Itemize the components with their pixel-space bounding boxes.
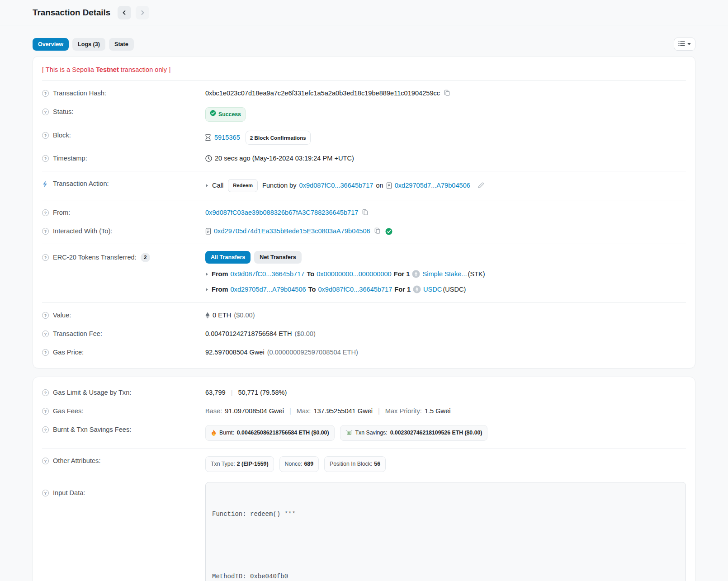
transaction-action-label: Transaction Action: <box>53 179 109 189</box>
transfer-from-link[interactable]: 0x9d087fC0...36645b717 <box>230 269 304 279</box>
max-fee-label: Max: <box>297 406 311 416</box>
transaction-details-page: Transaction Details Overview Logs (3) St… <box>0 0 728 581</box>
transaction-hash-label: Transaction Hash: <box>53 89 106 98</box>
other-attributes-label: Other Attributes: <box>53 456 100 466</box>
gas-limit-value: 63,799 <box>205 388 226 397</box>
transaction-action-row: Transaction Action: Call Redeem Function… <box>33 171 695 200</box>
help-icon[interactable]: ? <box>42 109 49 115</box>
overview-card: [ This is a Sepolia Testnet transaction … <box>33 56 695 368</box>
block-label: Block: <box>53 131 71 140</box>
help-icon[interactable]: ? <box>42 490 49 496</box>
tabs-row: Overview Logs (3) State <box>33 38 695 51</box>
copy-hash-button[interactable] <box>443 90 451 98</box>
transfer-item: From 0xd29705d7...A79b04506 To 0x9d087fC… <box>205 284 686 294</box>
token-icon <box>412 270 420 278</box>
txn-type-badge: Txn Type: 2 (EIP-1559) <box>205 456 274 472</box>
transaction-fee-amount: 0.004701242718756584 ETH <box>205 329 292 339</box>
action-from-address-link[interactable]: 0x9d087fC0...36645b717 <box>299 181 373 190</box>
help-icon[interactable]: ? <box>42 228 49 235</box>
tab-state[interactable]: State <box>109 38 134 51</box>
check-circle-icon <box>210 110 216 119</box>
transfer-to-link[interactable]: 0x9d087fC0...36645b717 <box>318 284 392 294</box>
money-wings-icon <box>345 430 353 436</box>
interacted-with-label: Interacted With (To): <box>53 227 112 236</box>
value-usd: ($0.00) <box>234 311 255 320</box>
prev-transaction-button[interactable] <box>118 6 131 19</box>
verified-check-icon <box>385 228 392 235</box>
transfer-to-link[interactable]: 0x00000000...000000000 <box>317 269 392 279</box>
document-icon <box>386 182 392 189</box>
caret-right-icon <box>205 184 208 188</box>
lightning-icon <box>42 180 49 188</box>
copy-from-button[interactable] <box>361 209 369 217</box>
other-attributes-row: ? Other Attributes: Txn Type: 2 (EIP-155… <box>33 449 695 477</box>
interacted-with-address-link[interactable]: 0xd29705d74d1Ea335bBede15E3c0803aA79b045… <box>214 227 370 236</box>
help-icon[interactable]: ? <box>42 209 49 216</box>
block-number-link[interactable]: 5915365 <box>214 133 240 142</box>
erc20-transfers-row: ? ERC-20 Tokens Transferred: 2 All Trans… <box>33 244 695 302</box>
copy-icon <box>444 90 450 98</box>
all-transfers-button[interactable]: All Transfers <box>205 251 251 264</box>
page-header: Transaction Details <box>0 0 728 25</box>
timestamp-row: ? Timestamp: 20 secs ago (May-16-2024 03… <box>33 149 695 168</box>
burnt-badge: Burnt: 0.004625086218756584 ETH ($0.00) <box>205 425 335 441</box>
transfer-to-label: To <box>308 284 316 294</box>
nonce-value: 689 <box>304 459 313 469</box>
from-label: From: <box>53 208 70 217</box>
copy-to-button[interactable] <box>373 227 382 236</box>
view-options-button[interactable] <box>674 38 695 51</box>
txn-savings-value: 0.002302746218109526 ETH ($0.00) <box>390 428 482 438</box>
input-data-textarea[interactable]: Function: redeem() *** MethodID: 0xbe040… <box>205 482 686 581</box>
help-icon[interactable]: ? <box>42 349 49 356</box>
testnet-note-suffix: transaction only ] <box>119 66 170 73</box>
tab-overview[interactable]: Overview <box>33 38 69 51</box>
action-contract-link[interactable]: 0xd29705d7...A79b04506 <box>395 181 470 190</box>
action-method-badge: Redeem <box>228 179 258 192</box>
from-address-link[interactable]: 0x9d087fC03ae39b088326b67fA3C788236645b7… <box>205 208 358 217</box>
tab-logs[interactable]: Logs (3) <box>72 38 105 51</box>
hourglass-icon <box>205 134 211 141</box>
transaction-hash-row: ? Transaction Hash: 0xbc1e023c07d18ea9a7… <box>33 84 695 103</box>
position-value: 56 <box>374 459 380 469</box>
transaction-fee-usd: ($0.00) <box>295 329 316 339</box>
help-icon[interactable]: ? <box>42 155 49 162</box>
net-transfers-button[interactable]: Net Transfers <box>254 251 302 264</box>
clock-icon <box>205 155 212 162</box>
help-icon[interactable]: ? <box>42 90 49 97</box>
chevron-right-icon <box>140 10 145 15</box>
transfer-item: From 0x9d087fC0...36645b717 To 0x0000000… <box>205 269 686 279</box>
transaction-hash-value: 0xbc1e023c07d18ea9a7c2e6f331efc1a5a2a0b3… <box>205 89 440 98</box>
transfer-for-label: For 1 <box>394 269 410 279</box>
input-data-line1: Function: redeem() *** <box>212 509 679 520</box>
help-icon[interactable]: ? <box>42 312 49 319</box>
transfer-token-link[interactable]: Simple Stake... <box>422 269 467 279</box>
transfer-toggle: All Transfers Net Transfers <box>205 251 686 264</box>
testnet-note: [ This is a Sepolia Testnet transaction … <box>33 57 695 80</box>
txn-savings-badge: Txn Savings: 0.002302746218109526 ETH ($… <box>340 425 488 441</box>
separator: | <box>375 406 383 416</box>
transfer-token-link[interactable]: USDC <box>423 284 442 294</box>
txn-savings-label: Txn Savings: <box>355 428 388 438</box>
page-title: Transaction Details <box>33 8 110 18</box>
max-priority-label: Max Priority: <box>385 406 422 416</box>
caret-right-icon <box>205 288 208 292</box>
help-icon[interactable]: ? <box>42 254 49 261</box>
help-icon[interactable]: ? <box>42 331 49 337</box>
help-icon[interactable]: ? <box>42 458 49 464</box>
transaction-fee-label: Transaction Fee: <box>53 329 102 339</box>
nonce-key: Nonce: <box>285 459 303 469</box>
help-icon[interactable]: ? <box>42 408 49 415</box>
copy-icon <box>374 227 381 236</box>
help-icon[interactable]: ? <box>42 389 49 396</box>
input-data-label: Input Data: <box>53 488 85 498</box>
help-icon[interactable]: ? <box>42 426 49 433</box>
from-row: ? From: 0x9d087fC03ae39b088326b67fA3C788… <box>33 203 695 222</box>
next-transaction-button[interactable] <box>136 6 149 19</box>
transfer-from-link[interactable]: 0xd29705d7...A79b04506 <box>230 284 306 294</box>
chevron-down-icon <box>687 43 691 45</box>
txn-type-value: 2 (EIP-1559) <box>237 459 269 469</box>
gas-price-label: Gas Price: <box>53 348 84 357</box>
gas-limit-label: Gas Limit & Usage by Txn: <box>53 388 131 397</box>
help-icon[interactable]: ? <box>42 132 49 139</box>
edit-note-button[interactable] <box>477 182 485 190</box>
